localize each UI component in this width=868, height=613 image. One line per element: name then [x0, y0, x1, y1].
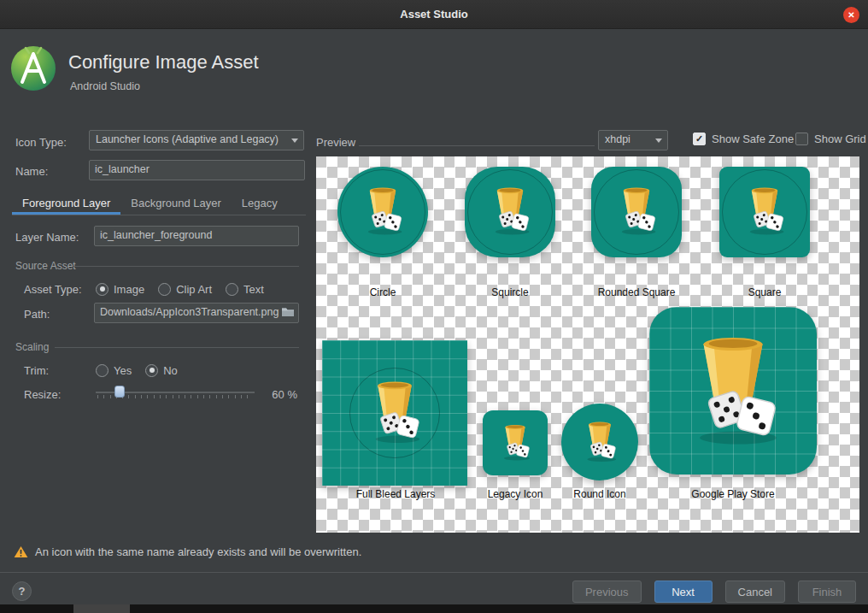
window-title: Asset Studio	[0, 0, 868, 29]
path-value: Downloads/AppIcon3Transparent.png	[100, 306, 279, 318]
layer-name-input[interactable]: ic_launcher_foreground	[94, 226, 299, 246]
radio-label: Text	[243, 283, 264, 296]
scaling-divider	[55, 347, 299, 348]
radio-selected-icon	[96, 283, 108, 296]
tile-label: Full Bleed Layers	[356, 488, 436, 500]
show-grid-label: Show Grid	[814, 133, 866, 145]
folder-icon	[281, 306, 295, 317]
tile-label: Squircle	[491, 286, 528, 298]
cancel-button[interactable]: Cancel	[725, 581, 785, 603]
path-input[interactable]: Downloads/AppIcon3Transparent.png	[94, 303, 299, 323]
radio-label: Yes	[114, 364, 132, 377]
dialog-title: Configure Image Asset	[68, 51, 259, 74]
dialog-subtitle: Android Studio	[70, 80, 140, 92]
tile-label: Circle	[370, 286, 396, 298]
asset-type-image-radio[interactable]: Image	[96, 283, 144, 296]
density-value: xhdpi	[605, 133, 630, 145]
background-strip	[0, 604, 868, 613]
preview-full-bleed-icon	[322, 340, 467, 486]
show-grid-checkbox[interactable]: Show Grid	[795, 133, 866, 145]
slider-thumb[interactable]	[114, 386, 125, 398]
radio-icon	[226, 283, 238, 296]
show-safe-zone-label: Show Safe Zone	[712, 133, 794, 145]
asset-studio-dialog: Asset Studio ✕ Configure Image Asset And…	[0, 0, 868, 613]
footer-buttons: Previous Next Cancel Finish	[572, 581, 856, 603]
footer-divider	[0, 572, 868, 573]
preview-round-icon	[561, 404, 638, 480]
asset-type-label: Asset Type:	[24, 283, 82, 296]
preview-rounded-square-icon	[591, 167, 682, 257]
trim-yes-radio[interactable]: Yes	[96, 364, 132, 377]
trim-no-radio[interactable]: No	[145, 364, 178, 377]
chevron-down-icon	[291, 139, 298, 143]
browse-folder-button[interactable]	[280, 306, 296, 320]
asset-type-clipart-radio[interactable]: Clip Art	[158, 283, 212, 296]
preview-square-icon	[719, 167, 810, 257]
warning-icon	[14, 545, 28, 558]
source-asset-divider	[73, 266, 299, 267]
tab-foreground-layer[interactable]: Foreground Layer	[12, 192, 120, 215]
cup-dice-art	[494, 421, 537, 463]
cup-dice-art	[669, 325, 797, 453]
resize-value: 60 %	[256, 388, 297, 401]
icon-type-value: Launcher Icons (Adaptive and Legacy)	[96, 133, 279, 145]
preview-divider	[359, 145, 595, 146]
preview-play-store-icon	[649, 307, 817, 474]
tile-label: Google Play Store	[691, 488, 774, 500]
show-safe-zone-checkbox[interactable]: ✓ Show Safe Zone	[693, 133, 794, 145]
preview-label: Preview	[316, 136, 355, 149]
android-studio-logo-icon	[9, 43, 58, 92]
cup-dice-art	[736, 182, 793, 239]
checkbox-checked-icon: ✓	[693, 133, 706, 145]
help-button[interactable]: ?	[12, 581, 32, 601]
resize-slider[interactable]	[96, 384, 255, 401]
chevron-down-icon	[655, 139, 662, 143]
resize-label: Resize:	[24, 388, 61, 401]
warning-text: An icon with the same name already exist…	[35, 545, 361, 558]
background-window-sliver	[73, 604, 130, 613]
cup-dice-art	[355, 182, 411, 239]
close-icon: ✕	[847, 11, 854, 20]
checkbox-unchecked-icon	[795, 133, 808, 145]
layer-tabs: Foreground Layer Background Layer Legacy	[12, 192, 306, 215]
warning-row: An icon with the same name already exist…	[14, 545, 361, 558]
density-dropdown[interactable]: xhdpi	[598, 130, 668, 150]
trim-radio-group: Yes No	[96, 362, 191, 378]
icon-type-dropdown[interactable]: Launcher Icons (Adaptive and Legacy)	[89, 130, 304, 150]
radio-icon	[158, 283, 171, 296]
asset-type-radio-group: Image Clip Art Text	[96, 281, 278, 297]
tile-label: Legacy Icon	[488, 488, 543, 500]
cup-dice-art	[576, 417, 624, 465]
radio-label: No	[163, 364, 178, 377]
name-label: Name:	[15, 165, 48, 178]
tile-label: Rounded Square	[598, 286, 676, 298]
close-button[interactable]: ✕	[843, 7, 859, 23]
asset-type-text-radio[interactable]: Text	[226, 283, 264, 296]
source-asset-section-label: Source Asset	[15, 260, 76, 272]
path-label: Path:	[24, 308, 50, 321]
tab-background-layer[interactable]: Background Layer	[120, 192, 232, 215]
preview-circle-icon	[337, 167, 428, 257]
layer-name-label: Layer Name:	[15, 231, 79, 244]
radio-label: Clip Art	[176, 283, 212, 296]
titlebar: Asset Studio ✕	[0, 0, 868, 29]
tile-label: Round Icon	[573, 488, 625, 500]
preview-board: Circle Squircle Rounded Square Square Fu…	[316, 156, 859, 533]
name-input[interactable]: ic_launcher	[89, 160, 305, 180]
cup-dice-art	[482, 182, 538, 239]
preview-legacy-icon	[483, 410, 548, 475]
tile-label: Square	[748, 286, 782, 298]
next-button[interactable]: Next	[654, 581, 713, 603]
icon-type-label: Icon Type:	[15, 136, 67, 149]
radio-icon	[96, 364, 108, 377]
radio-selected-icon	[145, 364, 158, 377]
scaling-section-label: Scaling	[15, 341, 49, 353]
radio-label: Image	[114, 283, 144, 296]
cup-dice-art	[608, 182, 665, 239]
finish-button[interactable]: Finish	[798, 581, 856, 603]
previous-button[interactable]: Previous	[572, 581, 642, 603]
trim-label: Trim:	[24, 364, 49, 377]
cup-dice-art	[358, 374, 431, 448]
preview-squircle-icon	[465, 167, 555, 257]
tab-legacy[interactable]: Legacy	[232, 192, 288, 215]
